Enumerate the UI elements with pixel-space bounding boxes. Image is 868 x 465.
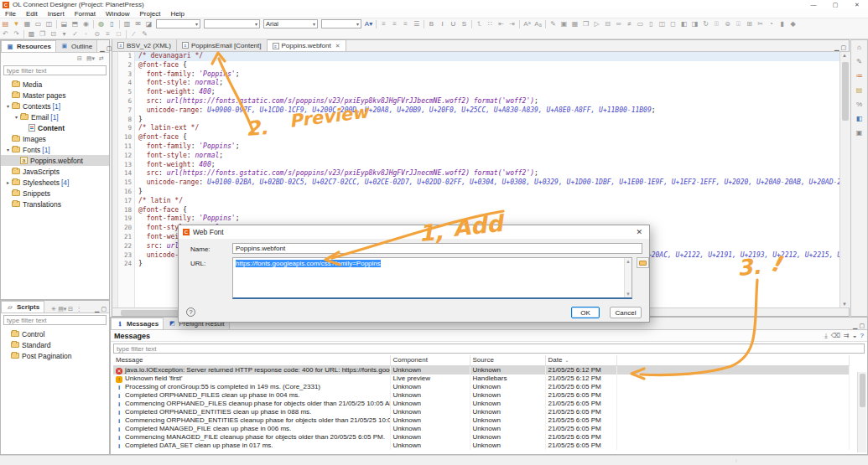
tree-item-master-pages[interactable]: Master pages xyxy=(1,90,109,101)
message-row[interactable]: ✕java.io.IOException: Server returned HT… xyxy=(113,365,850,375)
align-center-icon[interactable]: ≡ xyxy=(389,19,400,28)
justify-icon[interactable]: ☰ xyxy=(411,19,422,28)
close-tab-icon[interactable]: ✕ xyxy=(335,43,340,49)
messages-scrollbar[interactable] xyxy=(857,372,866,452)
new-document-icon[interactable]: ▤ xyxy=(0,19,11,28)
column-header-empty[interactable] xyxy=(616,355,850,365)
menu-help[interactable]: Help xyxy=(165,9,189,18)
float-right-icon[interactable]: ◨ xyxy=(689,19,700,28)
minimize-editor-icon[interactable]: ▁ xyxy=(834,44,839,51)
code-line-15[interactable]: unicode-range: U+0100-02BA, U+02BD-02C5,… xyxy=(135,178,849,188)
frame-icon[interactable]: □ xyxy=(113,29,124,39)
code-line-6[interactable]: src: url(https://fonts.gstatic.com/s/pop… xyxy=(135,97,849,106)
save-log-icon[interactable]: ⤓ xyxy=(824,332,828,340)
link-with-editor-icon[interactable]: ⇄ xyxy=(97,55,106,62)
align-bottom-icon[interactable]: ⍗ xyxy=(733,19,744,28)
align-middle-icon[interactable]: ⊜ xyxy=(722,19,733,28)
tab-scripts[interactable]: ▱ Scripts xyxy=(1,301,44,313)
expander-closed-icon[interactable]: ▸ xyxy=(4,179,12,185)
editor-tab-bsv-v2-xml-[interactable]: ≡BSV_v2 (XML) xyxy=(112,39,177,51)
run-icon[interactable]: ◦ xyxy=(81,29,91,39)
align-right-icon[interactable]: ≡ xyxy=(400,19,411,28)
tree-item-translations[interactable]: Translations xyxy=(1,199,109,209)
float-left-icon[interactable]: ◧ xyxy=(678,19,689,28)
tree-item-poppins-webfont[interactable]: aPoppins.webfont xyxy=(1,155,109,166)
save-icon[interactable]: ▦ xyxy=(22,19,33,28)
package-icon[interactable]: ◉ xyxy=(81,19,91,28)
code-line-4[interactable]: font-style: normal; xyxy=(135,79,849,88)
clear-log-icon[interactable]: ⌫ xyxy=(831,332,840,340)
code-line-18[interactable]: @font-face { xyxy=(135,206,849,215)
snippet-icon[interactable]: ✂ xyxy=(755,19,766,28)
edit-source-icon[interactable]: ✎ xyxy=(854,56,865,66)
refresh-icon[interactable]: ◍ xyxy=(96,19,107,28)
editor-vertical-scrollbar[interactable]: ▲ ▼ xyxy=(839,52,850,307)
menu-project[interactable]: Project xyxy=(135,9,166,18)
code-line-5[interactable]: font-weight: 400; xyxy=(135,88,849,97)
code-line-1[interactable]: /* devanagari */ xyxy=(135,52,849,61)
code-line-16[interactable]: } xyxy=(135,188,849,197)
scroll-lock-icon[interactable]: ⇉ xyxy=(844,332,850,340)
dialog-close-icon[interactable]: ✕ xyxy=(633,228,645,236)
column-header-message[interactable]: Message xyxy=(113,355,390,365)
merge-cells-icon[interactable]: ◫ xyxy=(657,19,668,28)
collapse-all-icon[interactable]: ⊟ xyxy=(66,306,75,313)
message-row[interactable]: !Unknown field 'first'Live previewHandle… xyxy=(113,375,850,383)
box-icon[interactable]: ❒ xyxy=(580,19,591,28)
split-view-icon[interactable]: ◧ xyxy=(854,113,865,123)
redo-icon[interactable]: ↷ xyxy=(11,29,22,39)
insert-dropdown-icon[interactable]: ▾ xyxy=(59,29,70,39)
message-row[interactable]: iCommencing MANAGED_FILE cleanup phase f… xyxy=(113,433,850,442)
menu-format[interactable]: Format xyxy=(70,9,101,18)
font-family-combo[interactable]: Arial▾ xyxy=(263,19,318,28)
wizard-icon[interactable]: ▩ xyxy=(26,29,37,39)
new-script-icon[interactable]: ▤▾ xyxy=(58,306,66,313)
edit-script-icon[interactable]: ⁄ xyxy=(128,29,139,39)
tree-item-snippets[interactable]: Snippets xyxy=(1,188,109,199)
tree-item-images[interactable]: Images xyxy=(1,133,109,144)
tree-item-javascripts[interactable]: JavaScripts xyxy=(1,166,109,177)
tab-resources[interactable]: ▣Resources xyxy=(1,40,56,52)
message-row[interactable]: iCompleted ORPHANED_ENTITIES clean up ph… xyxy=(113,408,850,416)
css-properties-icon[interactable]: ≔ xyxy=(854,70,865,80)
distribute-icon[interactable]: ⊞ xyxy=(744,19,755,28)
column-header-component[interactable]: Component xyxy=(390,355,470,365)
bullet-list-icon[interactable]: ∷ xyxy=(485,19,496,28)
italic-icon[interactable]: I xyxy=(437,19,448,28)
import-icon[interactable]: ⬓ xyxy=(59,19,70,28)
collapse-all-icon[interactable]: ⊟ xyxy=(75,55,84,62)
print-preview-icon[interactable]: ◫ xyxy=(44,19,55,28)
insert-bar-icon[interactable]: ▷ xyxy=(591,19,602,28)
insert-image-icon[interactable]: ▣ xyxy=(559,19,569,28)
help-button[interactable]: ? xyxy=(186,307,195,317)
message-row[interactable]: iCompleted DATA_SET clean up phase in 01… xyxy=(113,442,850,450)
expander-open-icon[interactable]: ▾ xyxy=(4,147,12,152)
resources-filter-input[interactable]: type filter text xyxy=(3,65,107,75)
column-header-date[interactable]: Date⌄ xyxy=(545,355,616,365)
subscript-icon[interactable]: Aₐ xyxy=(533,19,543,28)
scripts-filter-input[interactable]: type filter text xyxy=(3,315,107,325)
home-icon[interactable]: ⌂ xyxy=(854,42,865,52)
maximize-editor-icon[interactable]: ▢ xyxy=(840,44,846,51)
outdent-icon[interactable]: ⇤ xyxy=(496,19,507,28)
clear-format-icon[interactable]: ✎ xyxy=(548,19,559,28)
align-left-icon[interactable]: ≡ xyxy=(378,19,389,28)
send-test-icon[interactable]: ✉ xyxy=(133,19,143,28)
link-icon[interactable]: ∞ xyxy=(613,19,624,28)
maximize-button[interactable]: ▢ xyxy=(824,0,846,9)
preview-pane-icon[interactable]: ▣ xyxy=(854,127,865,137)
expander-open-icon[interactable]: ▾ xyxy=(4,103,12,109)
menu-window[interactable]: Window xyxy=(101,9,134,18)
code-line-11[interactable]: font-family: 'Poppins'; xyxy=(135,142,849,152)
underline-icon[interactable]: U xyxy=(448,19,459,28)
font-name-input[interactable]: Poppins.webfont xyxy=(232,243,642,254)
filter-scripts-icon[interactable]: ✳ xyxy=(49,306,58,313)
code-line-9[interactable]: /* latin-ext */ xyxy=(135,124,849,133)
message-row[interactable]: iCompleted MANAGED_FILE clean up phase i… xyxy=(113,425,850,433)
editor-tab-poppinsemail-content-[interactable]: ≡PoppinsEmail [Content] xyxy=(177,39,268,51)
maximize-panel-icon[interactable]: ▢ xyxy=(101,306,107,313)
minimize-button[interactable]: — xyxy=(803,0,824,9)
expander-open-icon[interactable]: ▾ xyxy=(13,114,20,120)
tree-item-stylesheets[interactable]: ▸Stylesheets[4] xyxy=(1,177,109,188)
new-resource-icon[interactable]: ▤▾ xyxy=(86,55,95,62)
